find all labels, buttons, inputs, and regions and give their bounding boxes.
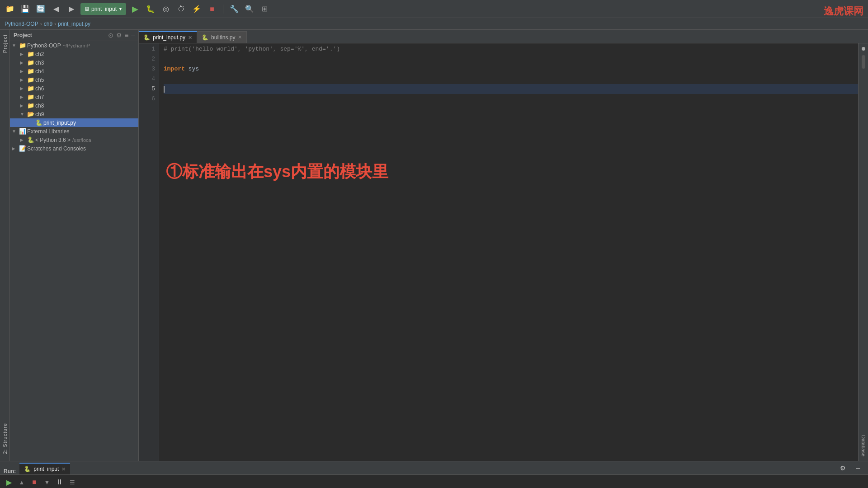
tree-item-ch9[interactable]: ▼ 📂 ch9 <box>10 110 138 118</box>
arrow-icon: ▶ <box>20 94 27 99</box>
tree-item-ch5[interactable]: ▶ 📁 ch5 <box>10 75 138 84</box>
sync-btn[interactable]: 🔄 <box>34 3 47 15</box>
breadcrumb-sep2: › <box>54 21 56 27</box>
scratches-icon: 📝 <box>19 145 27 152</box>
line-numbers: 1 2 3 4 5 6 <box>139 43 159 461</box>
breadcrumb-part1[interactable]: Python3-OOP <box>5 21 38 27</box>
tree-header: Project ⊙ ⚙ ≡ – <box>10 30 138 41</box>
sidebar-item-structure[interactable]: 2: Structure <box>2 421 8 456</box>
tree-label: < Python 3.6 > <box>35 137 71 143</box>
run-config-icon: 🖥 <box>84 6 90 12</box>
debug-btn[interactable]: 🐛 <box>144 3 157 15</box>
error-indicator[interactable] <box>862 47 865 51</box>
tree-label: ch9 <box>35 111 44 117</box>
profile-btn[interactable]: ⏱ <box>175 3 188 15</box>
code-editor[interactable]: # print('hello world', 'python', sep='%'… <box>159 43 858 461</box>
code-line-5 <box>164 84 858 94</box>
run-rerun-btn[interactable]: ▶ <box>4 477 14 488</box>
run-minimize-btn[interactable]: – <box>852 462 864 474</box>
nav-folder-btn[interactable]: 📁 <box>4 3 16 15</box>
run-settings-btn[interactable]: ⚙ <box>836 462 849 474</box>
tree-item-print-input[interactable]: 🐍 print_input.py <box>10 118 138 127</box>
line-num-6: 6 <box>139 94 155 104</box>
run-toolbar: ▶ ▲ ■ ▼ ⏸ ☰ <box>0 475 868 488</box>
tab-print-input[interactable]: 🐍 print_input.py ✕ <box>139 31 197 43</box>
tree-title: Project <box>14 32 32 38</box>
tree-label: Python3-OOP <box>27 42 61 49</box>
run-pause-btn[interactable]: ⏸ <box>54 477 65 488</box>
tree-header-icons: ⊙ ⚙ ≡ – <box>108 32 135 39</box>
tree-label: ch2 <box>35 51 44 57</box>
tree-item-python3-oop[interactable]: ▼ 📁 Python3-OOP ~/PycharmP <box>10 41 138 50</box>
arrow-icon: ▶ <box>12 146 19 151</box>
file-tree-panel: Project ⊙ ⚙ ≡ – ▼ 📁 Python3-OOP ~/Pychar… <box>10 30 139 461</box>
build-btn[interactable]: ⚡ <box>190 3 203 15</box>
breadcrumb-sep1: › <box>40 21 42 27</box>
ext-libs-icon: 📊 <box>19 128 27 135</box>
breadcrumb-part3[interactable]: print_input.py <box>58 21 90 27</box>
run-stop-btn[interactable]: ■ <box>29 477 40 488</box>
run-tab-close-btn[interactable]: ✕ <box>61 466 66 472</box>
tree-item-ch6[interactable]: ▶ 📁 ch6 <box>10 84 138 93</box>
line-num-4: 4 <box>139 74 155 84</box>
run-tabs-bar: Run: 🐍 print_input ✕ ⚙ – <box>0 461 868 475</box>
sidebar-item-project[interactable]: Project <box>2 32 8 55</box>
tree-icon-scope[interactable]: ⊙ <box>108 32 113 39</box>
tree-item-ch2[interactable]: ▶ 📁 ch2 <box>10 50 138 58</box>
coverage-btn[interactable]: ◎ <box>160 3 172 15</box>
tree-path: ~/PycharmP <box>63 43 90 48</box>
arrow-icon: ▼ <box>12 129 19 134</box>
tree-icon-hide[interactable]: – <box>131 32 135 39</box>
tree-item-ch7[interactable]: ▶ 📁 ch7 <box>10 93 138 101</box>
stop-btn[interactable]: ■ <box>206 3 218 15</box>
breadcrumb-part2[interactable]: ch9 <box>44 21 52 27</box>
tab-close-btn[interactable]: ✕ <box>188 35 192 41</box>
left-sidebar-panel: Project 2: Structure <box>0 30 10 461</box>
arrow-icon: ▶ <box>20 69 27 74</box>
scrollbar-thumb[interactable] <box>862 55 865 69</box>
tree-item-ch4[interactable]: ▶ 📁 ch4 <box>10 67 138 75</box>
folder-icon: 📁 <box>27 85 35 92</box>
code-line-6 <box>164 94 858 104</box>
tree-label: ch3 <box>35 60 44 66</box>
sidebar-database[interactable]: Database <box>861 433 866 459</box>
tab-label: print_input.py <box>153 34 185 41</box>
code-line-1: # print('hello world', 'python', sep='%'… <box>164 44 858 54</box>
nav-forward-btn[interactable]: ▶ <box>65 3 78 15</box>
tree-icon-gear[interactable]: ⚙ <box>116 32 122 39</box>
folder-icon: 📁 <box>27 94 35 100</box>
tab-label: builtins.py <box>211 34 235 41</box>
run-tab-print-input[interactable]: 🐍 print_input ✕ <box>19 463 70 474</box>
search-btn[interactable]: 🔍 <box>243 3 256 15</box>
tree-icon-menu[interactable]: ≡ <box>125 32 128 39</box>
python-file-icon: 🐍 <box>35 119 43 126</box>
run-scroll-down-btn[interactable]: ▼ <box>42 477 52 488</box>
folder-icon: 📁 <box>19 42 27 49</box>
hierarchy-btn[interactable]: ⊞ <box>259 3 271 15</box>
toolbar-separator <box>223 5 223 14</box>
code-line-4 <box>164 74 858 84</box>
nav-back-btn[interactable]: ◀ <box>50 3 62 15</box>
settings-btn[interactable]: 🔧 <box>228 3 241 15</box>
import-module: sys <box>185 64 199 74</box>
editor-tabs-bar: 🐍 print_input.py ✕ 🐍 builtins.py ✕ <box>139 30 868 43</box>
arrow-icon: ▼ <box>12 43 19 48</box>
tab-builtins[interactable]: 🐍 builtins.py ✕ <box>197 31 247 43</box>
run-config-dropdown[interactable]: 🖥 print_input ▼ <box>80 3 126 15</box>
tree-item-ch8[interactable]: ▶ 📁 ch8 <box>10 101 138 110</box>
tree-item-ch3[interactable]: ▶ 📁 ch3 <box>10 58 138 67</box>
folder-open-icon: 📂 <box>27 111 35 117</box>
save-btn[interactable]: 💾 <box>19 3 32 15</box>
folder-icon: 📁 <box>27 76 35 83</box>
run-btn[interactable]: ▶ <box>129 3 142 15</box>
run-list-btn[interactable]: ☰ <box>67 477 78 488</box>
tree-item-python36[interactable]: ▶ 🐍 < Python 3.6 > /usr/loca <box>10 136 138 144</box>
tree-item-scratches[interactable]: ▶ 📝 Scratches and Consoles <box>10 144 138 153</box>
tree-item-external-libs[interactable]: ▼ 📊 External Libraries <box>10 127 138 136</box>
tab-close-btn[interactable]: ✕ <box>238 34 242 40</box>
tree-label: Scratches and Consoles <box>27 145 86 152</box>
keyword-import: import <box>164 64 185 74</box>
tree-label: print_input.py <box>43 120 76 126</box>
run-scroll-up-btn[interactable]: ▲ <box>16 477 27 488</box>
line-num-2: 2 <box>139 54 155 64</box>
